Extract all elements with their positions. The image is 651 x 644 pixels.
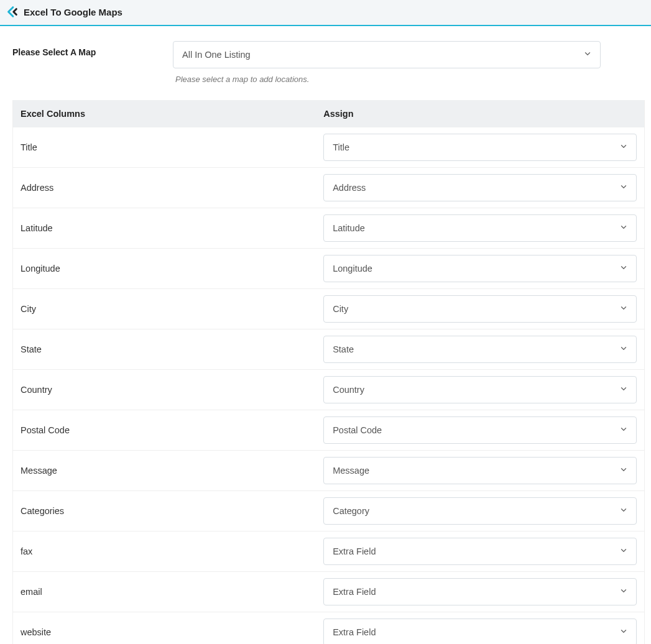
excel-column-label: Country: [13, 370, 316, 410]
excel-column-label: website: [13, 612, 316, 645]
table-row: State State: [13, 329, 645, 370]
assign-select-value: City: [333, 304, 348, 314]
table-row: fax Extra Field: [13, 531, 645, 572]
page-header: Excel To Google Maps: [0, 0, 651, 26]
assign-select[interactable]: Message: [323, 457, 637, 484]
table-row: Country Country: [13, 370, 645, 410]
excel-column-label: fax: [13, 531, 316, 572]
table-row: email Extra Field: [13, 572, 645, 612]
table-row: Categories Category: [13, 491, 645, 531]
table-row: website Extra Field: [13, 612, 645, 645]
app-logo-icon: [4, 4, 20, 20]
map-selector-hint: Please select a map to add locations.: [173, 75, 601, 84]
excel-column-label: City: [13, 289, 316, 329]
assign-select-value: Title: [333, 142, 349, 152]
map-select[interactable]: All In One Listing: [173, 41, 601, 68]
assign-select[interactable]: Latitude: [323, 214, 637, 242]
page-title: Excel To Google Maps: [24, 7, 122, 17]
assign-select[interactable]: Category: [323, 497, 637, 525]
excel-column-label: Categories: [13, 491, 316, 531]
map-selector-row: Please Select A Map All In One Listing P…: [12, 41, 645, 84]
excel-column-label: Latitude: [13, 208, 316, 249]
assign-select[interactable]: Title: [323, 134, 637, 161]
assign-select-value: Address: [333, 183, 366, 193]
content-area: Please Select A Map All In One Listing P…: [0, 26, 651, 644]
table-row: Message Message: [13, 451, 645, 491]
table-row: City City: [13, 289, 645, 329]
assign-select[interactable]: State: [323, 336, 637, 363]
table-row: Latitude Latitude: [13, 208, 645, 249]
col-header-assign: Assign: [316, 100, 644, 127]
table-row: Title Title: [13, 127, 645, 168]
assign-select-value: Postal Code: [333, 425, 382, 435]
assign-select-value: Latitude: [333, 223, 365, 233]
assign-select-value: Extra Field: [333, 546, 376, 556]
excel-column-label: Postal Code: [13, 410, 316, 451]
excel-column-label: Address: [13, 168, 316, 208]
assign-select-value: Extra Field: [333, 627, 376, 637]
map-selector-label: Please Select A Map: [12, 41, 173, 57]
assign-select-value: Extra Field: [333, 587, 376, 597]
excel-column-label: email: [13, 572, 316, 612]
assign-select[interactable]: Extra Field: [323, 538, 637, 565]
assign-select[interactable]: Longitude: [323, 255, 637, 282]
table-row: Postal Code Postal Code: [13, 410, 645, 451]
assign-select[interactable]: Extra Field: [323, 578, 637, 605]
assign-select[interactable]: Address: [323, 174, 637, 201]
assign-select-value: Country: [333, 385, 364, 395]
assign-select-value: Category: [333, 506, 369, 516]
assign-select-value: State: [333, 344, 354, 354]
assign-select[interactable]: Postal Code: [323, 416, 637, 444]
excel-column-label: State: [13, 329, 316, 370]
table-row: Longitude Longitude: [13, 249, 645, 289]
map-select-value: All In One Listing: [182, 50, 251, 60]
assign-select[interactable]: Extra Field: [323, 619, 637, 644]
assign-select[interactable]: City: [323, 295, 637, 323]
table-row: Address Address: [13, 168, 645, 208]
excel-column-label: Longitude: [13, 249, 316, 289]
assign-select[interactable]: Country: [323, 376, 637, 403]
col-header-excel: Excel Columns: [13, 100, 316, 127]
excel-column-label: Title: [13, 127, 316, 168]
assign-select-value: Longitude: [333, 264, 372, 274]
assign-select-value: Message: [333, 466, 369, 476]
excel-column-label: Message: [13, 451, 316, 491]
mapping-table: Excel Columns Assign Title Title Address…: [12, 100, 645, 644]
